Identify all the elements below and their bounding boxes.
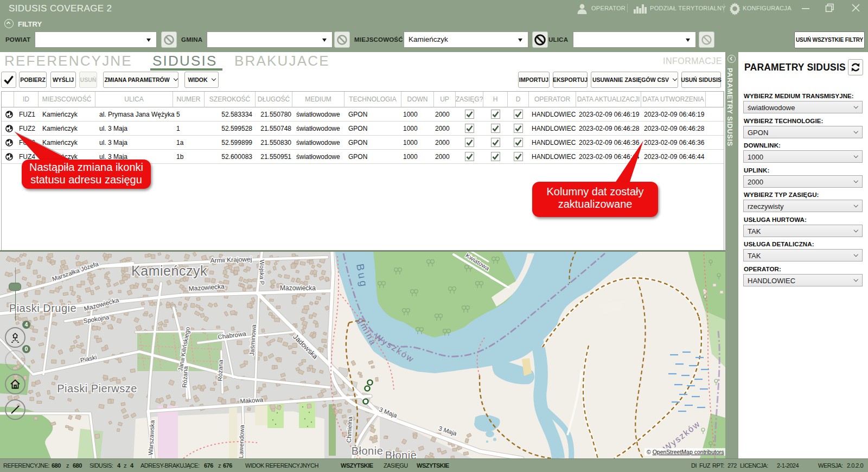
svg-text:Kamieńczyk: Kamieńczyk (131, 263, 207, 278)
svg-text:Armii Krajowej: Armii Krajowej (210, 256, 252, 265)
svg-text:Piaski Pierwsze: Piaski Pierwsze (57, 382, 137, 394)
svg-text:Chmielna: Chmielna (346, 416, 354, 443)
svg-text:Lawendowa: Lawendowa (238, 424, 245, 458)
svg-text:Piaski Drugie: Piaski Drugie (9, 302, 76, 314)
svg-text:Mazowiecka: Mazowiecka (280, 284, 316, 292)
svg-text:Wojska P: Wojska P (259, 260, 265, 285)
svg-text:Błonie: Błonie (352, 445, 384, 457)
svg-text:Różana: Różana (181, 366, 189, 388)
svg-text:Różana: Różana (216, 359, 224, 381)
svg-text:Błonie: Błonie (385, 449, 417, 458)
